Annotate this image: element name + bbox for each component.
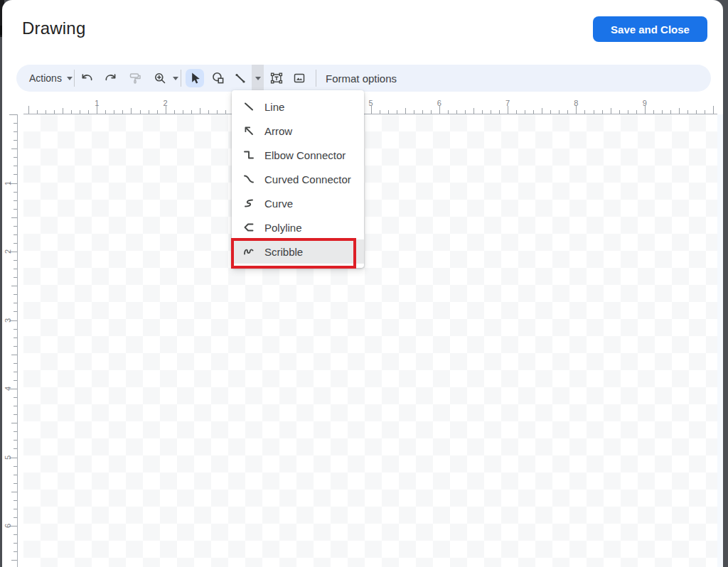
ruler-tick	[14, 380, 17, 381]
drawing-dialog: Drawing Save and Close 123456789 123456 …	[2, 0, 723, 567]
ruler-tick	[559, 110, 560, 114]
redo-icon	[104, 71, 118, 85]
ruler-tick	[619, 110, 620, 114]
ruler-tick	[696, 110, 697, 114]
text-box-icon	[269, 71, 284, 85]
ruler-tick	[584, 110, 585, 114]
menu-item-curved-connector[interactable]: Curved Connector	[232, 167, 364, 191]
ruler-tick	[14, 338, 17, 338]
ruler-tick	[46, 110, 46, 114]
ruler-tick	[611, 108, 611, 114]
ruler-tick	[14, 123, 17, 124]
ruler-tick	[80, 110, 80, 114]
ruler-tick	[679, 108, 680, 114]
ruler-tick	[14, 166, 17, 166]
ruler-tick	[448, 110, 449, 114]
paint-format-button[interactable]	[125, 65, 145, 92]
menu-item-elbow-connector[interactable]: Elbow Connector	[232, 143, 364, 167]
select-tool-button[interactable]	[186, 69, 204, 87]
curved-connector-icon	[242, 173, 255, 185]
ruler-tick	[37, 110, 38, 114]
ruler-tick	[414, 110, 414, 114]
ruler-tick	[14, 174, 17, 175]
menu-item-arrow[interactable]: Arrow	[232, 119, 364, 143]
ruler-tick	[14, 534, 17, 535]
drawing-dialog-screen: Drawing Save and Close 123456789 123456 …	[0, 0, 728, 567]
ruler-tick	[482, 110, 483, 114]
save-and-close-button[interactable]: Save and Close	[593, 16, 707, 42]
ruler-tick	[200, 108, 200, 114]
elbow-connector-icon	[242, 148, 255, 161]
text-box-button[interactable]	[267, 65, 287, 92]
toolbar-divider	[316, 70, 316, 87]
ruler-tick	[662, 110, 663, 114]
menu-item-polyline[interactable]: Polyline	[232, 215, 364, 239]
ruler-tick	[542, 108, 542, 114]
chevron-down-icon	[173, 77, 178, 80]
arrow-icon	[242, 124, 255, 137]
ruler-tick	[157, 110, 158, 114]
ruler-tick	[499, 110, 500, 114]
ruler-tick	[602, 110, 603, 114]
curve-icon	[242, 197, 255, 210]
ruler-tick	[567, 110, 568, 114]
ruler-tick	[131, 108, 132, 114]
ruler-tick	[516, 110, 517, 114]
menu-item-line[interactable]: Line	[232, 94, 364, 119]
ruler-tick	[225, 110, 226, 114]
drawing-canvas[interactable]	[23, 114, 717, 567]
ruler-tick	[713, 106, 714, 114]
ruler-tick	[11, 492, 17, 492]
insert-image-button[interactable]	[289, 65, 309, 92]
ruler-number: 5	[368, 99, 373, 107]
ruler-tick	[705, 110, 705, 114]
paint-roller-icon	[128, 71, 142, 85]
ruler-tick	[191, 110, 192, 114]
ruler-tick	[431, 110, 432, 114]
ruler-tick	[14, 406, 17, 406]
ruler-tick	[140, 110, 141, 114]
line-type-dropdown-button[interactable]	[252, 65, 264, 92]
ruler-tick	[14, 234, 17, 235]
ruler-tick	[14, 294, 17, 295]
shape-tool-button[interactable]	[208, 65, 228, 92]
ruler-tick	[217, 110, 218, 114]
undo-button[interactable]	[77, 65, 97, 92]
zoom-dropdown-button[interactable]	[171, 65, 180, 92]
ruler-tick	[14, 329, 17, 330]
actions-menu-button[interactable]: Actions	[28, 65, 74, 92]
ruler-tick	[14, 500, 17, 501]
ruler-number: 1	[4, 178, 12, 188]
zoom-button[interactable]	[150, 65, 170, 92]
shape-icon	[211, 71, 225, 85]
ruler-tick	[11, 355, 17, 355]
ruler-number: 7	[505, 99, 510, 107]
ruler-tick	[14, 414, 17, 415]
ruler-tick	[14, 157, 17, 158]
line-tool-button[interactable]	[230, 65, 250, 92]
format-options-button[interactable]: Format options	[326, 65, 397, 92]
menu-item-curve[interactable]: Curve	[232, 191, 364, 215]
ruler-tick	[14, 440, 17, 441]
menu-item-scribble[interactable]: Scribble	[232, 239, 364, 264]
horizontal-ruler: 123456789	[23, 99, 717, 114]
ruler-tick	[14, 200, 17, 201]
ruler-tick	[533, 110, 534, 114]
line-icon	[233, 71, 247, 85]
ruler-tick	[114, 110, 114, 114]
scrollbar-track[interactable]	[717, 114, 723, 567]
ruler-tick	[388, 110, 389, 114]
cursor-icon	[188, 71, 202, 85]
ruler-number: 2	[4, 247, 12, 256]
redo-button[interactable]	[101, 65, 121, 92]
ruler-tick	[11, 286, 17, 286]
ruler-number: 6	[4, 521, 12, 531]
ruler-tick	[14, 303, 17, 303]
toolbar-divider	[74, 70, 75, 87]
page-title: Drawing	[22, 18, 85, 38]
ruler-number: 4	[4, 384, 12, 394]
ruler-tick	[14, 466, 17, 467]
ruler-tick	[14, 372, 17, 372]
ruler-tick	[491, 110, 491, 114]
ruler-tick	[14, 192, 17, 193]
